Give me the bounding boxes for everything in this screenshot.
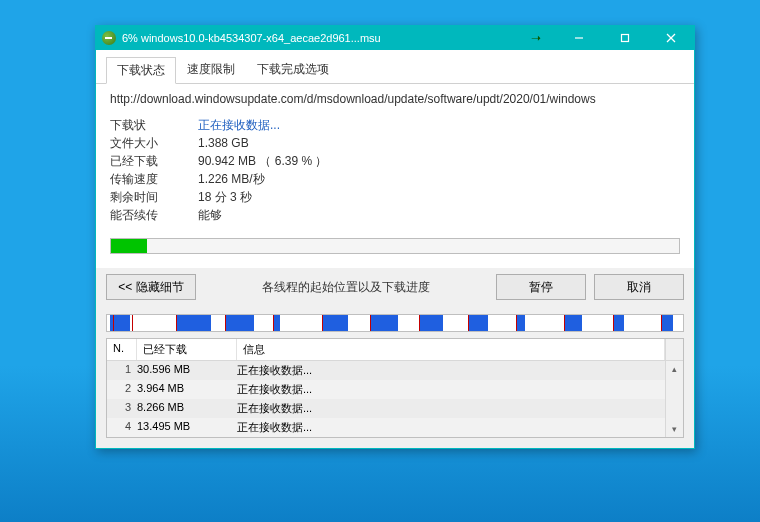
table-row[interactable]: 413.495 MB正在接收数据...	[107, 418, 665, 437]
thread-table: N. 已经下载 信息 130.596 MB正在接收数据...23.964 MB正…	[106, 338, 684, 438]
cell-downloaded: 13.495 MB	[137, 420, 237, 435]
resume-label: 能否续传	[110, 206, 198, 224]
maximize-button[interactable]	[602, 26, 648, 50]
segment-fill	[273, 315, 280, 331]
button-row: << 隐藏细节 各线程的起始位置以及下载进度 暂停 取消	[96, 268, 694, 312]
scroll-header	[665, 339, 683, 360]
downloaded-value: 90.942 MB （ 6.39 % ）	[198, 152, 327, 170]
scrollbar[interactable]: ▴ ▾	[665, 361, 683, 437]
hide-details-button[interactable]: << 隐藏细节	[106, 274, 196, 300]
col-downloaded[interactable]: 已经下载	[137, 339, 237, 360]
cell-n: 2	[113, 382, 137, 397]
cancel-button[interactable]: 取消	[594, 274, 684, 300]
tab-status[interactable]: 下载状态	[106, 57, 176, 84]
segment-tick	[273, 315, 274, 331]
pause-button[interactable]: 暂停	[496, 274, 586, 300]
tray-arrow-icon[interactable]: ➝	[516, 31, 556, 45]
segment-fill	[225, 315, 254, 331]
scroll-up-icon[interactable]: ▴	[666, 361, 683, 377]
progress-fill	[111, 239, 147, 253]
close-button[interactable]	[648, 26, 694, 50]
speed-value: 1.226 MB/秒	[198, 170, 265, 188]
cell-info: 正在接收数据...	[237, 382, 659, 397]
table-row[interactable]: 23.964 MB正在接收数据...	[107, 380, 665, 399]
segment-fill	[370, 315, 398, 331]
segment-tick	[613, 315, 614, 331]
table-row[interactable]: 38.266 MB正在接收数据...	[107, 399, 665, 418]
segment-fill	[564, 315, 581, 331]
cell-n: 1	[113, 363, 137, 378]
download-dialog: 6% windows10.0-kb4534307-x64_aecae2d961.…	[95, 25, 695, 449]
col-n[interactable]: N.	[107, 339, 137, 360]
segment-fill	[661, 315, 673, 331]
segment-tick	[468, 315, 469, 331]
status-value: 正在接收数据...	[198, 116, 280, 134]
segment-tick	[225, 315, 226, 331]
scroll-down-icon[interactable]: ▾	[666, 421, 683, 437]
segment-tick	[176, 315, 177, 331]
titlebar[interactable]: 6% windows10.0-kb4534307-x64_aecae2d961.…	[96, 26, 694, 50]
cell-downloaded: 8.266 MB	[137, 401, 237, 416]
cell-n: 4	[113, 420, 137, 435]
segment-fill	[516, 315, 525, 331]
segment-tick	[322, 315, 323, 331]
size-label: 文件大小	[110, 134, 198, 152]
segment-tick	[370, 315, 371, 331]
segment-tick	[516, 315, 517, 331]
cell-info: 正在接收数据...	[237, 401, 659, 416]
segment-tick	[113, 315, 114, 331]
tab-speed-limit[interactable]: 速度限制	[176, 56, 246, 83]
cell-downloaded: 30.596 MB	[137, 363, 237, 378]
segment-tick	[419, 315, 420, 331]
cell-n: 3	[113, 401, 137, 416]
segment-tick	[564, 315, 565, 331]
thread-table-header: N. 已经下载 信息	[107, 339, 683, 361]
app-icon	[102, 31, 116, 45]
segment-fill	[176, 315, 211, 331]
tab-bar: 下载状态 速度限制 下载完成选项	[96, 50, 694, 84]
svg-rect-1	[622, 35, 629, 42]
cell-downloaded: 3.964 MB	[137, 382, 237, 397]
status-label: 下载状	[110, 116, 198, 134]
remaining-label: 剩余时间	[110, 188, 198, 206]
minimize-button[interactable]	[556, 26, 602, 50]
segment-fill	[613, 315, 625, 331]
segment-tick	[661, 315, 662, 331]
progress-bar	[110, 238, 680, 254]
size-value: 1.388 GB	[198, 134, 249, 152]
downloaded-label: 已经下载	[110, 152, 198, 170]
segment-fill	[468, 315, 488, 331]
speed-label: 传输速度	[110, 170, 198, 188]
window-title: 6% windows10.0-kb4534307-x64_aecae2d961.…	[122, 32, 516, 44]
threads-heading: 各线程的起始位置以及下载进度	[204, 279, 488, 296]
download-url: http://download.windowsupdate.com/d/msdo…	[110, 92, 680, 106]
thread-table-body: 130.596 MB正在接收数据...23.964 MB正在接收数据...38.…	[107, 361, 665, 437]
cell-info: 正在接收数据...	[237, 420, 659, 435]
resume-value: 能够	[198, 206, 222, 224]
col-info[interactable]: 信息	[237, 339, 665, 360]
segment-fill	[322, 315, 348, 331]
table-row[interactable]: 130.596 MB正在接收数据...	[107, 361, 665, 380]
tab-on-complete[interactable]: 下载完成选项	[246, 56, 340, 83]
remaining-value: 18 分 3 秒	[198, 188, 252, 206]
segment-fill	[419, 315, 443, 331]
segment-bar[interactable]	[106, 314, 684, 332]
segment-tick	[132, 315, 133, 331]
content-panel: http://download.windowsupdate.com/d/msdo…	[96, 84, 694, 268]
cell-info: 正在接收数据...	[237, 363, 659, 378]
